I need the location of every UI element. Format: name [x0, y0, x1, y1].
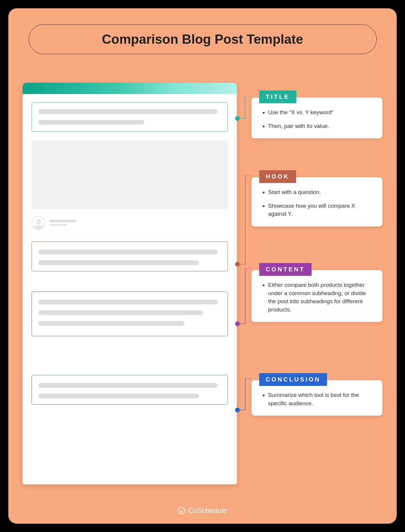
placeholder-line [38, 120, 144, 125]
hook-section-placeholder [32, 242, 228, 271]
placeholder-line [38, 300, 218, 304]
author-meta [32, 216, 228, 230]
placeholder-line [49, 220, 76, 222]
placeholder-line [38, 383, 218, 388]
brand-check-icon [178, 507, 185, 514]
placeholder-line [38, 260, 199, 265]
window-dot-icon [40, 87, 44, 90]
featured-image-placeholder [32, 140, 228, 209]
placeholder-line [49, 224, 67, 226]
title-bullet: Use the "X vs. Y keyword" [268, 108, 374, 117]
title-tag: TITLE [259, 90, 296, 103]
content-bullet: Either compare both products together un… [268, 281, 374, 314]
connector-node-icon [235, 116, 240, 121]
conclusion-section-placeholder [32, 375, 228, 405]
hook-explainer-card: HOOK Start with a question. Showcase how… [251, 177, 382, 226]
avatar-icon [32, 216, 45, 230]
hook-tag: HOOK [259, 170, 296, 183]
window-dot-icon [34, 87, 37, 90]
placeholder-line [38, 310, 203, 315]
connector-node-icon [235, 408, 240, 412]
placeholder-line [38, 394, 199, 398]
placeholder-line [38, 321, 184, 326]
hook-bullet: Start with a question. [268, 188, 374, 196]
browser-chrome [23, 83, 237, 94]
infographic-canvas: Comparison Blog Post Template [8, 8, 397, 524]
content-explainer-card: CONTENT Either compare both products tog… [251, 270, 382, 322]
conclusion-explainer-card: CONCLUSION Summarize which tool is best … [251, 380, 382, 416]
title-explainer-card: TITLE Use the "X vs. Y keyword" Then, pa… [251, 98, 382, 138]
window-dot-icon [28, 87, 31, 90]
title-section-placeholder [32, 102, 228, 132]
placeholder-line [38, 109, 218, 114]
page-title: Comparison Blog Post Template [29, 24, 377, 54]
connector-line [237, 378, 252, 411]
conclusion-tag: CONCLUSION [259, 373, 327, 386]
conclusion-bullet: Summarize which tool is best for the spe… [268, 391, 374, 407]
connector-line [237, 96, 252, 120]
content-section-placeholder [32, 292, 228, 336]
title-bullet: Then, pair with its value. [268, 122, 374, 130]
connector-node-icon [235, 321, 240, 326]
connector-line [237, 268, 252, 325]
connector-line [237, 176, 252, 265]
placeholder-line [38, 250, 218, 254]
hook-bullet: Showcase how you will compare X against … [268, 202, 374, 218]
connector-node-icon [235, 262, 240, 267]
brand-name: CoSchedule [188, 506, 227, 515]
content-tag: CONTENT [259, 263, 312, 276]
browser-mockup [23, 83, 237, 484]
footer-brand: CoSchedule [8, 506, 397, 515]
